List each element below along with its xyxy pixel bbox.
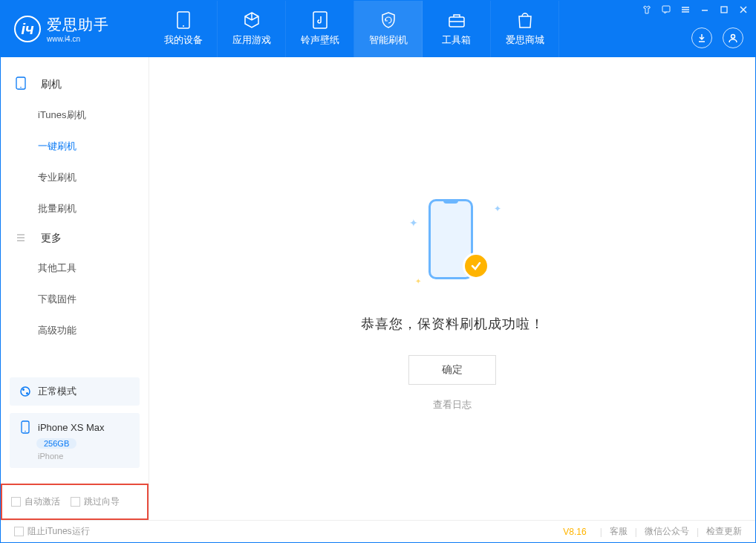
sidebar-item-download-firmware[interactable]: 下载固件 — [1, 284, 149, 315]
divider: | — [600, 527, 602, 537]
device-type: iPhone — [38, 452, 131, 461]
footer-left: 阻止iTunes运行 — [14, 525, 90, 538]
tab-label: 我的设备 — [164, 33, 203, 47]
checkbox-icon — [11, 497, 21, 507]
tab-ringtone-wallpaper[interactable]: 铃声壁纸 — [286, 1, 354, 57]
checkbox-skip-guide[interactable]: 跳过向导 — [71, 495, 120, 508]
storage-badge: 256GB — [36, 438, 76, 449]
view-log-link[interactable]: 查看日志 — [433, 398, 472, 412]
download-icon[interactable] — [691, 27, 712, 48]
footer-link-service[interactable]: 客服 — [610, 525, 628, 538]
user-icon[interactable] — [723, 27, 743, 48]
menu-icon[interactable] — [680, 4, 691, 16]
sidebar: 刷机 iTunes刷机 一键刷机 专业刷机 批量刷机 更多 其他工具 下载固件 … — [1, 57, 149, 520]
success-illustration: ✦ ✦ ✦ — [408, 196, 497, 293]
phone-icon — [175, 11, 192, 29]
app-subtitle: www.i4.cn — [47, 35, 109, 43]
footer-right: V8.16 | 客服 | 微信公众号 | 检查更新 — [563, 525, 742, 538]
section-title: 刷机 — [41, 78, 62, 91]
checkbox-label: 跳过向导 — [84, 495, 120, 508]
section-title: 更多 — [41, 232, 62, 245]
cube-icon — [243, 11, 261, 29]
tab-label: 工具箱 — [442, 33, 471, 47]
close-button[interactable] — [737, 4, 749, 16]
bottom-options-highlighted: 自动激活 跳过向导 — [1, 484, 149, 520]
svg-rect-6 — [721, 7, 727, 13]
device-cards: 正常模式 iPhone XS Max 256GB iPhone — [10, 377, 140, 475]
svg-point-4 — [731, 35, 735, 39]
svg-point-11 — [26, 392, 28, 394]
checkbox-label: 阻止iTunes运行 — [27, 525, 90, 538]
device-card[interactable]: iPhone XS Max 256GB iPhone — [10, 413, 140, 468]
tab-apps-games[interactable]: 应用游戏 — [218, 1, 286, 57]
list-icon — [16, 233, 33, 245]
main-content: ✦ ✦ ✦ 恭喜您，保资料刷机成功啦！ 确定 查看日志 — [149, 57, 755, 520]
nav-tabs: 我的设备 应用游戏 铃声壁纸 智能刷机 工具箱 爱思商城 — [149, 1, 559, 57]
mode-icon — [19, 385, 32, 398]
mode-card[interactable]: 正常模式 — [10, 377, 140, 406]
tab-label: 应用游戏 — [232, 33, 271, 47]
logo-text: 爱思助手 www.i4.cn — [47, 15, 109, 43]
ok-button[interactable]: 确定 — [408, 355, 496, 385]
sidebar-item-advanced[interactable]: 高级功能 — [1, 315, 149, 346]
divider: | — [697, 527, 699, 537]
svg-point-13 — [25, 431, 26, 432]
feedback-icon[interactable] — [660, 4, 672, 16]
shield-refresh-icon — [379, 11, 397, 29]
footer-link-wechat[interactable]: 微信公众号 — [645, 525, 689, 538]
minimize-button[interactable] — [699, 4, 711, 16]
mode-label: 正常模式 — [38, 385, 76, 398]
checkbox-block-itunes[interactable]: 阻止iTunes运行 — [14, 525, 90, 538]
device-name: iPhone XS Max — [38, 422, 105, 433]
phone-notch — [443, 199, 458, 204]
footer-link-update[interactable]: 检查更新 — [706, 525, 742, 538]
tab-label: 爱思商城 — [506, 33, 544, 47]
device-icon — [16, 77, 33, 92]
svg-rect-2 — [313, 12, 327, 28]
window-controls — [641, 4, 749, 16]
sidebar-item-pro-flash[interactable]: 专业刷机 — [1, 162, 149, 193]
svg-point-1 — [183, 25, 184, 27]
shirt-icon[interactable] — [641, 4, 653, 16]
tab-label: 铃声壁纸 — [301, 33, 339, 47]
sparkle-icon: ✦ — [415, 277, 421, 285]
svg-rect-5 — [662, 6, 670, 12]
body-area: 刷机 iTunes刷机 一键刷机 专业刷机 批量刷机 更多 其他工具 下载固件 … — [1, 57, 755, 520]
svg-point-10 — [22, 388, 25, 391]
check-badge-icon — [463, 253, 489, 279]
success-message: 恭喜您，保资料刷机成功啦！ — [361, 315, 544, 333]
sparkle-icon: ✦ — [409, 217, 418, 229]
app-header: iч 爱思助手 www.i4.cn 我的设备 应用游戏 铃声壁纸 智能刷机 工具… — [1, 1, 755, 57]
svg-point-8 — [20, 87, 22, 88]
checkbox-label: 自动激活 — [25, 495, 60, 508]
checkbox-auto-activate[interactable]: 自动激活 — [11, 495, 60, 508]
sidebar-item-oneclick-flash[interactable]: 一键刷机 — [1, 131, 149, 162]
tab-label: 智能刷机 — [369, 33, 408, 47]
svg-point-9 — [21, 387, 30, 396]
sidebar-section-more: 更多 — [1, 224, 149, 253]
footer: 阻止iTunes运行 V8.16 | 客服 | 微信公众号 | 检查更新 — [1, 520, 755, 542]
tab-toolbox[interactable]: 工具箱 — [423, 1, 491, 57]
music-file-icon — [311, 11, 329, 29]
checkbox-icon — [14, 527, 24, 536]
tab-my-device[interactable]: 我的设备 — [149, 1, 218, 57]
checkbox-icon — [71, 497, 80, 507]
sidebar-item-other-tools[interactable]: 其他工具 — [1, 253, 149, 284]
version-label: V8.16 — [563, 527, 586, 537]
logo-area: iч 爱思助手 www.i4.cn — [1, 15, 149, 43]
tab-store[interactable]: 爱思商城 — [491, 1, 559, 57]
app-title: 爱思助手 — [47, 15, 109, 35]
divider: | — [635, 527, 637, 537]
toolbox-icon — [448, 11, 466, 29]
logo-icon: iч — [14, 16, 41, 42]
phone-icon — [19, 420, 32, 434]
maximize-button[interactable] — [718, 4, 730, 16]
sidebar-item-itunes-flash[interactable]: iTunes刷机 — [1, 100, 149, 131]
sidebar-item-batch-flash[interactable]: 批量刷机 — [1, 193, 149, 224]
tab-smart-flash[interactable]: 智能刷机 — [354, 1, 423, 57]
header-actions — [691, 27, 743, 48]
bag-icon — [516, 11, 534, 29]
sidebar-section-flash: 刷机 — [1, 69, 149, 100]
sparkle-icon: ✦ — [494, 204, 501, 214]
